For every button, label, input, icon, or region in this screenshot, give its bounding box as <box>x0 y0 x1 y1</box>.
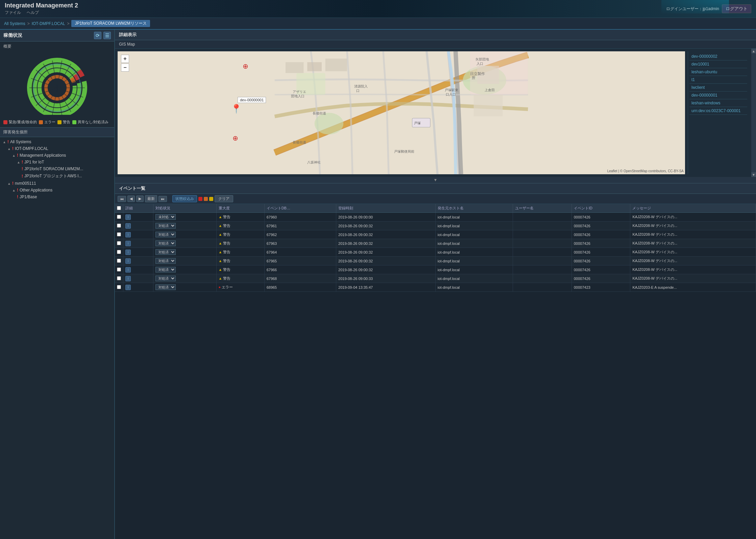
refresh-icon[interactable]: ⟳ <box>94 32 101 39</box>
row-host-cell: iot-dmpf.local <box>435 283 513 292</box>
menu-icon[interactable]: ☰ <box>103 32 111 39</box>
logout-button[interactable]: ログアウト <box>722 4 751 13</box>
status-dropdown[interactable]: 対処済 <box>155 276 176 281</box>
row-checkbox-cell <box>115 213 123 222</box>
device-item[interactable]: dev-00000001 <box>689 92 747 99</box>
menu-bar: ファイル ヘルプ <box>5 10 78 16</box>
device-item[interactable]: urn:dev:os:0023C7-000001 <box>689 107 747 115</box>
row-checkbox[interactable] <box>117 215 121 219</box>
legend-label-warning: 警告 <box>63 120 70 125</box>
svg-text:口: 口 <box>356 89 360 93</box>
legend-label-critical: 緊急/重成/致命的 <box>9 120 37 125</box>
event-table-wrapper[interactable]: 詳細 対処状況 重大度 イベントDB… 登録時刻 発生元ホスト名 ユーザー名 イ… <box>115 204 756 539</box>
svg-text:入口: 入口 <box>477 62 483 66</box>
map-marker-red-2[interactable]: ⊕ <box>233 134 238 142</box>
scroll-down-button[interactable]: ▼ <box>751 172 756 177</box>
tree-alert-icon: ! <box>7 139 9 144</box>
zoom-out-button[interactable]: − <box>121 63 129 72</box>
tree-item[interactable]: ▲!Management Applications <box>0 152 114 159</box>
row-checkbox[interactable] <box>117 232 121 236</box>
tree-item[interactable]: !JP1forIoT SORACOM LWM2M... <box>0 165 114 172</box>
status-dropdown[interactable]: 対処済 <box>155 258 176 264</box>
row-eventdb-cell: 67962 <box>264 230 336 239</box>
breadcrumb: All Systems > IOT-DMPF.LOCAL > JP1forIoT… <box>0 18 756 30</box>
status-dropdown[interactable]: 対処済 <box>155 223 176 229</box>
tree-item[interactable]: ▲!JP1 for IoT <box>0 159 114 165</box>
row-checkbox-cell <box>115 239 123 248</box>
row-checkbox[interactable] <box>117 224 121 228</box>
tree-item[interactable]: ▲!Other Applications <box>0 187 114 194</box>
detail-button[interactable]: i <box>125 232 131 237</box>
detail-button[interactable]: i <box>125 250 131 255</box>
row-message-cell: KAJZ0208-W デバイスの... <box>630 222 756 230</box>
help-menu[interactable]: ヘルプ <box>27 10 39 15</box>
filter-dot-orange[interactable] <box>204 197 208 201</box>
device-item[interactable]: t1 <box>689 76 747 84</box>
latest-button[interactable]: 最新 <box>145 195 157 202</box>
row-time-cell: 2019-08-26 09:00:32 <box>336 265 436 274</box>
row-message-cell: KAJZ0208-W デバイスの... <box>630 248 756 257</box>
event-section: イベント一覧 ⏮ ◀ ▶ 最新 ⏭ 状態絞込み クリア <box>115 183 756 539</box>
tree-label: nvm005111 <box>15 181 36 186</box>
device-item[interactable]: leshan-windows <box>689 99 747 107</box>
tree-item[interactable]: ▲!All Systems <box>0 138 114 145</box>
row-time-cell: 2019-08-26 09:00:32 <box>336 230 436 239</box>
device-item[interactable]: dev-00000002 <box>689 53 747 60</box>
breadcrumb-all-systems[interactable]: All Systems <box>4 21 25 26</box>
file-menu[interactable]: ファイル <box>5 10 21 15</box>
filter-button[interactable]: 状態絞込み <box>172 195 197 202</box>
status-dropdown[interactable]: 対処済 <box>155 284 176 290</box>
map-marker-red-1[interactable]: ⊕ <box>243 62 248 70</box>
tree-arrow: ▲ <box>12 188 16 192</box>
detail-button[interactable]: i <box>125 214 131 220</box>
tree-item[interactable]: ▲!nvm005111 <box>0 180 114 187</box>
breadcrumb-iot-dmpf[interactable]: IOT-DMPF.LOCAL <box>32 21 65 26</box>
row-checkbox[interactable] <box>117 285 121 289</box>
row-checkbox[interactable] <box>117 259 121 263</box>
status-dropdown[interactable]: 未対処 <box>155 214 176 220</box>
detail-button[interactable]: i <box>125 276 131 281</box>
tree-label: JP1forIoT SORACOM LWM2M... <box>24 166 83 171</box>
tree-item[interactable]: ▲!IOT-DMPF.LOCAL <box>0 145 114 152</box>
status-dropdown[interactable]: 対処済 <box>155 240 176 246</box>
row-checkbox[interactable] <box>117 267 121 272</box>
row-checkbox-cell <box>115 230 123 239</box>
status-dropdown[interactable]: 対処済 <box>155 267 176 273</box>
fast-forward-button[interactable]: ⏭ <box>158 196 167 202</box>
device-item[interactable]: leshan-ubuntu <box>689 68 747 76</box>
detail-button[interactable]: i <box>125 223 131 229</box>
device-item[interactable]: lwclient <box>689 84 747 92</box>
row-checkbox[interactable] <box>117 241 121 245</box>
detail-button[interactable]: i <box>125 267 131 273</box>
filter-dot-red[interactable] <box>198 197 202 201</box>
next-page-button[interactable]: ▶ <box>136 196 144 202</box>
status-dropdown[interactable]: 対処済 <box>155 232 176 237</box>
collapse-button[interactable]: ▼ <box>115 177 756 183</box>
row-detail-cell: i <box>123 265 153 274</box>
map-marker-blue[interactable]: 📍 <box>231 104 242 114</box>
row-checkbox[interactable] <box>117 250 121 254</box>
row-detail-cell: i <box>123 274 153 283</box>
detail-button[interactable]: i <box>125 285 131 290</box>
tree-item[interactable]: !JP1/Base <box>0 194 114 200</box>
row-message-cell: KAJZ0208-W デバイスの... <box>630 230 756 239</box>
device-item[interactable]: dev10001 <box>689 60 747 68</box>
row-time-cell: 2019-08-26 09:00:32 <box>336 222 436 230</box>
detail-button[interactable]: i <box>125 241 131 246</box>
row-checkbox[interactable] <box>117 276 121 280</box>
first-page-button[interactable]: ⏮ <box>118 196 126 202</box>
col-detail: 詳細 <box>123 204 153 213</box>
detail-button[interactable]: i <box>125 258 131 264</box>
select-all-checkbox[interactable] <box>117 206 121 210</box>
scroll-up-button[interactable]: ▲ <box>751 49 756 53</box>
col-event-id: イベントID <box>571 204 630 213</box>
svg-text:戸塚: 戸塚 <box>414 121 421 125</box>
fault-section-title: 障害発生個所 <box>0 127 114 137</box>
map-attribution: Leaflet | © OpenStreetMap contributors, … <box>607 169 684 173</box>
status-dropdown[interactable]: 対処済 <box>155 249 176 255</box>
zoom-in-button[interactable]: + <box>121 55 129 63</box>
prev-page-button[interactable]: ◀ <box>127 196 135 202</box>
tree-item[interactable]: !JP1forIoT プロジェクトAWS I... <box>0 172 114 180</box>
clear-button[interactable]: クリア <box>215 195 233 202</box>
filter-dot-yellow[interactable] <box>209 197 213 201</box>
